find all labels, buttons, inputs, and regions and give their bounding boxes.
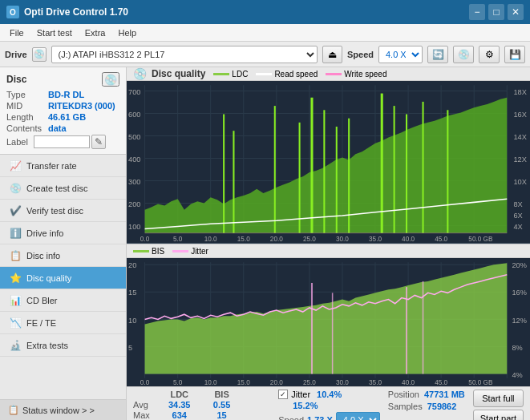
sidebar-item-transfer-rate[interactable]: 📈Transfer rate bbox=[0, 155, 126, 177]
maximize-button[interactable]: □ bbox=[488, 4, 504, 20]
nav-icon-extra-tests: 🔬 bbox=[10, 340, 22, 351]
bottom-chart-header: BIS Jitter bbox=[127, 244, 530, 258]
minimize-button[interactable]: − bbox=[469, 4, 485, 20]
nav-label-create-test-disc: Create test disc bbox=[26, 184, 87, 193]
label-input[interactable] bbox=[34, 135, 90, 148]
sidebar-item-fe-te[interactable]: 📉FE / TE bbox=[0, 312, 126, 334]
mid-value: RITEKDR3 (000) bbox=[48, 101, 115, 111]
label-edit-button[interactable]: ✎ bbox=[91, 135, 106, 149]
jitter-avg-value: 10.4% bbox=[317, 390, 342, 399]
app-title: Opti Drive Control 1.70 bbox=[24, 6, 128, 18]
bottom-chart-svg: 20 15 10 5 20% 16% 12% 8% 4% bbox=[127, 258, 530, 386]
menu-extra[interactable]: Extra bbox=[79, 26, 112, 39]
sidebar-item-disc-info[interactable]: 📋Disc info bbox=[0, 244, 126, 267]
disc-quality-icon: 💿 bbox=[133, 67, 147, 80]
start-part-button[interactable]: Start part bbox=[473, 410, 524, 420]
save-button[interactable]: 💾 bbox=[504, 46, 525, 63]
main-content: Disc 💿 Type BD-R DL MID RITEKDR3 (000) L… bbox=[0, 67, 530, 420]
menu-file[interactable]: File bbox=[3, 26, 30, 39]
length-value: 46.61 GB bbox=[48, 112, 86, 122]
contents-value: data bbox=[48, 123, 67, 133]
nav-icon-create-test-disc: 💿 bbox=[10, 183, 22, 194]
jitter-max-row: 15.2% bbox=[293, 401, 380, 410]
jitter-max-value: 15.2% bbox=[293, 401, 318, 410]
nav-icon-drive-info: ℹ️ bbox=[10, 228, 22, 239]
eject-button[interactable]: ⏏ bbox=[322, 46, 342, 63]
svg-text:8%: 8% bbox=[512, 344, 522, 352]
legend-jitter-label: Jitter bbox=[191, 247, 208, 256]
status-window-button[interactable]: 📋 Status window > > bbox=[0, 399, 126, 420]
speed-label: Speed bbox=[347, 50, 374, 59]
svg-text:15.0: 15.0 bbox=[237, 379, 250, 386]
type-value: BD-R DL bbox=[48, 90, 84, 99]
sidebar: Disc 💿 Type BD-R DL MID RITEKDR3 (000) L… bbox=[0, 67, 127, 420]
sidebar-item-verify-test-disc[interactable]: ✔️Verify test disc bbox=[0, 200, 126, 222]
drive-icon: 💿 bbox=[32, 47, 47, 62]
disc-panel-icon-button[interactable]: 💿 bbox=[102, 72, 119, 87]
legend-read-speed-color bbox=[256, 73, 272, 75]
contents-label: Contents bbox=[6, 123, 48, 133]
svg-text:50.0 GB: 50.0 GB bbox=[468, 379, 493, 386]
start-full-button[interactable]: Start full bbox=[473, 390, 524, 407]
stats-right: ✓ Jitter 10.4% 15.2% Speed 1.73 X 4.0 X bbox=[278, 390, 380, 420]
svg-text:10.0: 10.0 bbox=[204, 379, 217, 386]
position-value: 47731 MB bbox=[424, 390, 465, 399]
speed-dropdown[interactable]: 4.0 X bbox=[336, 412, 380, 420]
sidebar-item-disc-quality[interactable]: ⭐Disc quality bbox=[0, 267, 126, 289]
menu-bar: File Start test Extra Help bbox=[0, 24, 530, 42]
svg-text:500: 500 bbox=[128, 133, 140, 141]
disc-panel: Disc 💿 Type BD-R DL MID RITEKDR3 (000) L… bbox=[0, 67, 126, 155]
nav-items: 📈Transfer rate💿Create test disc✔️Verify … bbox=[0, 155, 126, 357]
action-buttons: Start full Start part bbox=[473, 390, 524, 420]
svg-text:6X: 6X bbox=[513, 212, 522, 220]
right-panel: 💿 Disc quality LDC Read speed Write spee… bbox=[127, 67, 530, 420]
speed-select[interactable]: 4.0 X bbox=[378, 46, 423, 63]
nav-label-disc-info: Disc info bbox=[26, 251, 60, 260]
sidebar-item-create-test-disc[interactable]: 💿Create test disc bbox=[0, 177, 126, 200]
drive-select[interactable]: (J:) ATAPI iHBS312 2 PL17 bbox=[51, 46, 318, 63]
top-chart: 700 600 500 400 300 200 100 18X 16X 14X … bbox=[127, 81, 530, 244]
settings-button[interactable]: ⚙ bbox=[479, 46, 500, 63]
svg-text:30.0: 30.0 bbox=[336, 236, 349, 243]
svg-text:20.0: 20.0 bbox=[270, 236, 283, 243]
samples-label: Samples bbox=[388, 402, 423, 411]
legend-ldc: LDC bbox=[213, 70, 248, 79]
legend-read-speed: Read speed bbox=[256, 70, 318, 79]
disc-button[interactable]: 💿 bbox=[453, 46, 474, 63]
legend-jitter-color bbox=[172, 250, 188, 252]
svg-text:45.0: 45.0 bbox=[435, 236, 447, 243]
svg-text:5: 5 bbox=[128, 344, 132, 352]
menu-start-test[interactable]: Start test bbox=[30, 26, 79, 39]
nav-label-cd-bler: CD Bler bbox=[26, 296, 58, 305]
menu-help[interactable]: Help bbox=[111, 26, 143, 39]
stats-footer: LDC BIS Avg 34.35 0.55 Max 634 15 Tota bbox=[127, 386, 530, 420]
legend-ldc-color bbox=[213, 73, 229, 75]
label-label: Label bbox=[6, 137, 34, 147]
type-label: Type bbox=[6, 90, 48, 99]
avg-label: Avg bbox=[133, 400, 160, 410]
samples-row: Samples 759862 bbox=[388, 402, 465, 411]
nav-icon-cd-bler: 📊 bbox=[10, 295, 22, 306]
disc-panel-title: Disc bbox=[6, 74, 26, 85]
nav-label-extra-tests: Extra tests bbox=[26, 341, 68, 350]
close-button[interactable]: ✕ bbox=[508, 4, 524, 20]
nav-label-verify-test-disc: Verify test disc bbox=[26, 206, 83, 216]
legend-write-speed-label: Write speed bbox=[344, 70, 386, 79]
nav-icon-fe-te: 📉 bbox=[10, 317, 22, 329]
legend-ldc-label: LDC bbox=[232, 70, 248, 79]
svg-text:40.0: 40.0 bbox=[402, 379, 415, 386]
refresh-icon: 🔄 bbox=[432, 49, 444, 60]
pos-samples-btns: Position 47731 MB Samples 759862 bbox=[388, 390, 465, 411]
svg-text:25.0: 25.0 bbox=[303, 236, 316, 243]
svg-text:50.0 GB: 50.0 GB bbox=[468, 236, 493, 243]
svg-text:45.0: 45.0 bbox=[435, 379, 447, 386]
svg-text:400: 400 bbox=[128, 155, 140, 164]
mid-label: MID bbox=[6, 101, 48, 111]
sidebar-item-drive-info[interactable]: ℹ️Drive info bbox=[0, 222, 126, 244]
sidebar-item-cd-bler[interactable]: 📊CD Bler bbox=[0, 289, 126, 312]
disc-quality-title: Disc quality bbox=[152, 68, 205, 79]
refresh-button[interactable]: 🔄 bbox=[427, 46, 448, 63]
jitter-row: ✓ Jitter 10.4% bbox=[278, 390, 380, 399]
jitter-checkbox[interactable]: ✓ bbox=[278, 390, 288, 399]
sidebar-item-extra-tests[interactable]: 🔬Extra tests bbox=[0, 334, 126, 357]
